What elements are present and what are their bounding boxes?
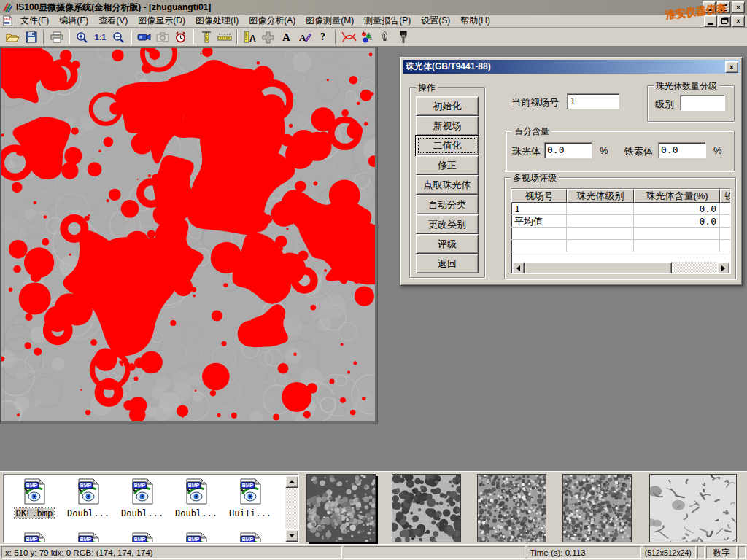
dialog-close-icon[interactable]: × (725, 61, 738, 73)
text-icon[interactable]: A (277, 29, 295, 46)
minimize-button[interactable] (703, 1, 716, 13)
menu-image-display[interactable]: 图像显示(D) (133, 14, 190, 28)
mdi-minimize-button[interactable] (704, 15, 717, 27)
menu-edit[interactable]: 编辑(E) (54, 14, 93, 28)
scroll-left-icon[interactable] (512, 262, 525, 274)
menu-help[interactable]: 帮助(H) (455, 14, 495, 28)
col-pearlite-content[interactable]: 珠光体含量(%) (634, 189, 720, 203)
file-browser-scrollbar[interactable] (285, 475, 298, 542)
scroll-down-icon[interactable] (285, 529, 298, 542)
file-item[interactable]: BMP (116, 532, 169, 543)
file-item[interactable]: BMP (62, 532, 115, 543)
save-icon[interactable] (22, 29, 40, 46)
print-icon[interactable] (47, 29, 66, 46)
menu-file[interactable]: 文件(F) (15, 14, 54, 28)
zoom-out-icon[interactable] (109, 29, 128, 46)
metallograph-image[interactable] (0, 47, 378, 424)
help-icon[interactable]: ? (314, 29, 332, 46)
svg-text:3: 3 (370, 37, 372, 41)
pen-icon[interactable] (376, 29, 394, 46)
table-row[interactable] (511, 240, 730, 252)
mdi-close-button[interactable]: × (732, 15, 745, 27)
file-item[interactable]: BMP Doubl... (62, 478, 115, 518)
current-field-input[interactable]: 1 (567, 93, 619, 109)
thumbnail-3[interactable] (477, 474, 546, 542)
bmp-file-icon: BMP (184, 478, 209, 505)
scroll-thumb[interactable] (525, 262, 672, 274)
menu-view[interactable]: 查看(V) (93, 14, 133, 28)
file-browser[interactable]: BMP DKF.bmp BMP Doubl... BMP Doubl... BM… (3, 474, 299, 543)
binarize-button[interactable]: 二值化 (416, 136, 479, 155)
grading-group: 珠光体数量分级 级别 (647, 85, 735, 122)
init-button[interactable]: 初始化 (416, 96, 479, 116)
timer-clock-icon[interactable] (171, 29, 190, 46)
thumbnail-2[interactable] (392, 474, 461, 542)
file-item[interactable]: BMP HuiTi... (224, 478, 276, 518)
level-input[interactable] (680, 95, 725, 111)
table-row[interactable] (511, 228, 730, 240)
count-balls-icon[interactable]: 123 (357, 29, 376, 46)
auto-classify-button[interactable]: 自动分类 (416, 195, 479, 214)
svg-text:BMP: BMP (134, 483, 146, 488)
scroll-track[interactable] (525, 262, 717, 273)
file-item[interactable]: BMP (170, 532, 222, 543)
zoom-in-icon[interactable] (73, 29, 91, 46)
file-name[interactable]: Doubl... (120, 508, 165, 518)
video-camera-icon[interactable] (135, 29, 153, 46)
mdi-restore-button[interactable] (718, 15, 731, 27)
svg-text:BMP: BMP (26, 483, 38, 488)
menu-image-analysis[interactable]: 图像分析(A) (244, 14, 301, 28)
close-button[interactable]: × (732, 1, 745, 13)
file-name[interactable]: DKF.bmp (15, 508, 55, 518)
thumbnail-4[interactable] (562, 474, 632, 542)
document-icon[interactable]: DOC (2, 15, 13, 26)
scroll-up-icon[interactable] (285, 475, 298, 488)
table-row[interactable]: 1 0.0 (511, 203, 730, 215)
ferrite-input[interactable]: 0.0 (658, 142, 706, 158)
curve-tool-icon[interactable] (339, 29, 357, 46)
thumbnail-1[interactable] (306, 474, 376, 542)
correct-button[interactable]: 修正 (416, 155, 479, 175)
still-camera-icon[interactable] (153, 29, 171, 46)
thumbnail-5[interactable] (649, 474, 737, 542)
grading-group-title: 珠光体数量分级 (654, 80, 719, 93)
cell (720, 203, 731, 215)
grade-button[interactable]: 评级 (416, 234, 479, 254)
pearlite-input[interactable]: 0.0 (544, 142, 592, 158)
caliper-vertical-icon[interactable] (197, 29, 215, 46)
file-item[interactable]: BMP (224, 532, 276, 543)
cross-tool-icon[interactable] (259, 29, 277, 46)
file-name[interactable]: Doubl... (66, 508, 111, 518)
table-row[interactable]: 平均值 0.0 (511, 215, 730, 228)
change-class-button[interactable]: 更改类别 (416, 214, 479, 234)
open-icon[interactable] (4, 29, 22, 46)
menu-settings[interactable]: 设置(S) (416, 14, 455, 28)
col-field-no[interactable]: 视场号 (511, 189, 567, 203)
brush-icon[interactable] (394, 29, 412, 46)
menu-image-measure[interactable]: 图像测量(M) (301, 14, 359, 28)
file-name[interactable]: Doubl... (174, 508, 219, 518)
file-item[interactable]: BMP (8, 532, 61, 543)
file-name[interactable]: HuiTi... (228, 508, 273, 518)
bmp-file-icon: BMP (22, 478, 47, 505)
dialog-title-bar[interactable]: 珠光体(GB/T9441-88) × (403, 60, 740, 74)
menu-report[interactable]: 测量报告(P) (359, 14, 416, 28)
file-item[interactable]: BMP Doubl... (170, 478, 222, 518)
operations-group: 操作 初始化 新视场 二值化 修正 点取珠光体 自动分类 更改类别 评级 返回 (409, 87, 485, 278)
return-button[interactable]: 返回 (416, 254, 479, 273)
pick-pearlite-button[interactable]: 点取珠光体 (416, 175, 479, 195)
multi-field-table[interactable]: 视场号 珠光体级别 珠光体含量(%) 铁素体含量(%) 1 0.0 平均值 0.… (511, 188, 731, 274)
file-item[interactable]: BMP DKF.bmp (8, 478, 61, 518)
col-ferrite-content[interactable]: 铁素体含量(%) (720, 189, 731, 203)
table-horizontal-scrollbar[interactable] (512, 262, 729, 273)
ruler-text-icon[interactable]: A (241, 29, 259, 46)
ruler-horizontal-icon[interactable] (215, 29, 233, 46)
text-edit-icon[interactable]: A (295, 29, 314, 46)
actual-size-icon[interactable]: 1:1 (91, 29, 109, 46)
scroll-right-icon[interactable] (717, 262, 729, 274)
restore-button[interactable] (717, 1, 730, 13)
col-pearlite-grade[interactable]: 珠光体级别 (567, 189, 634, 203)
menu-image-process[interactable]: 图像处理(I) (190, 14, 244, 28)
new-field-button[interactable]: 新视场 (416, 116, 479, 136)
file-item[interactable]: BMP Doubl... (116, 478, 169, 518)
